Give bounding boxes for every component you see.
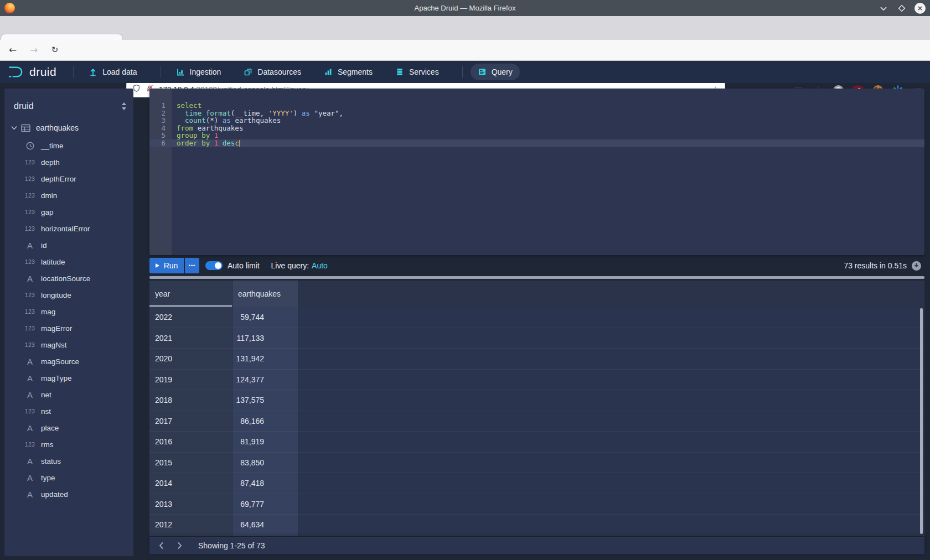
back-button[interactable]: ← [4,42,21,58]
numeric-type-icon: 123 [23,408,37,414]
nav-item-label: Segments [338,68,373,76]
result-row-2022[interactable]: 202259,744 [149,307,924,328]
column-name: locationSource [41,274,90,283]
column-name: updated [41,490,68,499]
prev-page-button[interactable] [154,538,168,553]
sidebar-column-depth[interactable]: 123depth [4,154,133,170]
sidebar-column-net[interactable]: Anet [4,386,133,403]
nav-item-query[interactable]: Query [471,64,520,80]
sidebar-column-dmin[interactable]: 123dmin [4,187,133,204]
sidebar-column-magError[interactable]: 123magError [4,320,133,336]
tracking-shield-icon[interactable] [132,84,141,95]
result-row-2014[interactable]: 201487,418 [149,473,924,494]
cell-year[interactable]: 2015 [149,453,232,474]
window-titlebar: Apache Druid — Mozilla Firefox [0,0,930,16]
horizontal-scrollbar[interactable] [149,276,924,279]
column-header-year[interactable]: year [149,281,232,307]
forward-button[interactable]: → [25,42,42,58]
window-maximize-button[interactable] [896,3,907,14]
next-page-button[interactable] [172,538,187,553]
sidebar-column-longitude[interactable]: 123longitude [4,287,133,303]
sidebar-table-earthquakes[interactable]: earthquakes [4,118,133,137]
cell-earthquakes[interactable]: 124,377 [232,370,299,391]
sidebar-column-depthError[interactable]: 123depthError [4,170,133,187]
column-header-earthquakes[interactable]: earthquakes [232,281,299,307]
result-row-2016[interactable]: 201681,919 [149,432,924,453]
cell-earthquakes[interactable]: 59,744 [232,307,299,328]
editor-line-3[interactable]: 3 count(*) as earthquakes [149,117,924,125]
editor-line-1[interactable]: 1select [149,102,924,110]
cell-earthquakes[interactable]: 69,777 [232,494,299,515]
auto-limit-toggle[interactable] [205,261,223,270]
result-row-2013[interactable]: 201369,777 [149,494,924,515]
live-query-label[interactable]: Live query:Auto [271,261,328,270]
result-row-2018[interactable]: 2018137,575 [149,390,924,411]
result-row-2012[interactable]: 201264,634 [149,515,924,536]
editor-line-5[interactable]: 5group by 1 [149,132,924,139]
sidebar-column-type[interactable]: Atype [4,469,133,486]
download-results-icon[interactable] [912,261,921,271]
cell-year[interactable]: 2017 [149,411,232,432]
cell-filler [299,411,924,432]
nav-item-datasources[interactable]: Datasources [236,64,308,80]
editor-line-6[interactable]: 6order by 1 desc [149,139,924,147]
sidebar-column-magNst[interactable]: 123magNst [4,336,133,353]
window-close-button[interactable] [914,3,926,14]
reload-button[interactable]: ↻ [46,42,63,58]
sidebar-column-id[interactable]: Aid [4,237,133,253]
sidebar-column-gap[interactable]: 123gap [4,204,133,220]
cell-earthquakes[interactable]: 81,919 [232,432,299,453]
nav-item-label: Query [492,68,513,76]
sidebar-column-nst[interactable]: 123nst [4,403,133,419]
column-list: __time123depth123depthError123dmin123gap… [4,137,133,502]
sidebar-column-latitude[interactable]: 123latitude [4,253,133,270]
schema-selector[interactable]: druid [4,96,133,116]
result-row-2021[interactable]: 2021117,133 [149,328,924,349]
nav-item-services[interactable]: Services [388,64,446,80]
showing-label: Showing 1-25 of 73 [198,541,265,550]
result-row-2017[interactable]: 201786,166 [149,411,924,432]
cell-earthquakes[interactable]: 137,575 [232,390,299,411]
sidebar-column-rms[interactable]: 123rms [4,436,133,453]
column-name: type [41,474,55,482]
sidebar-column-magType[interactable]: AmagType [4,370,133,386]
run-more-button[interactable]: ••• [185,258,199,273]
cell-year[interactable]: 2012 [149,515,232,536]
druid-logo[interactable]: druid [8,65,56,79]
cell-earthquakes[interactable]: 87,418 [232,473,299,494]
sidebar-column-__time[interactable]: __time [4,137,133,154]
sql-editor[interactable]: 1select2 time_format(__time, 'YYYY') as … [149,89,924,255]
cell-year[interactable]: 2019 [149,370,232,391]
nav-item-load-data[interactable]: Load data [81,64,144,80]
numeric-type-icon: 123 [23,325,37,331]
window-minimize-button[interactable] [878,3,889,14]
sidebar-column-magSource[interactable]: AmagSource [4,353,133,370]
cell-earthquakes[interactable]: 86,166 [232,411,299,432]
sidebar-column-horizontalError[interactable]: 123horizontalError [4,220,133,237]
editor-line-2[interactable]: 2 time_format(__time, 'YYYY') as "year", [149,110,924,117]
vertical-scrollbar[interactable] [920,308,923,534]
sidebar-column-status[interactable]: Astatus [4,453,133,469]
cell-year[interactable]: 2021 [149,328,232,349]
cell-earthquakes[interactable]: 131,942 [232,349,299,370]
sidebar-column-place[interactable]: Aplace [4,419,133,436]
sidebar-column-locationSource[interactable]: AlocationSource [4,270,133,287]
cell-year[interactable]: 2013 [149,494,232,515]
cell-year[interactable]: 2020 [149,349,232,370]
nav-item-ingestion[interactable]: Ingestion [169,64,229,80]
sidebar-column-mag[interactable]: 123mag [4,303,133,320]
cell-year[interactable]: 2018 [149,390,232,411]
sidebar-column-updated[interactable]: Aupdated [4,486,133,502]
cell-earthquakes[interactable]: 64,634 [232,515,299,536]
cell-earthquakes[interactable]: 83,850 [232,453,299,474]
result-row-2020[interactable]: 2020131,942 [149,349,924,370]
cell-year[interactable]: 2022 [149,307,232,328]
result-row-2019[interactable]: 2019124,377 [149,370,924,391]
editor-line-4[interactable]: 4from earthquakes [149,125,924,132]
nav-item-segments[interactable]: Segments [317,64,380,80]
cell-earthquakes[interactable]: 117,133 [232,328,299,349]
cell-year[interactable]: 2016 [149,432,232,453]
result-row-2015[interactable]: 201583,850 [149,453,924,474]
cell-year[interactable]: 2014 [149,473,232,494]
run-button[interactable]: Run [149,258,184,273]
